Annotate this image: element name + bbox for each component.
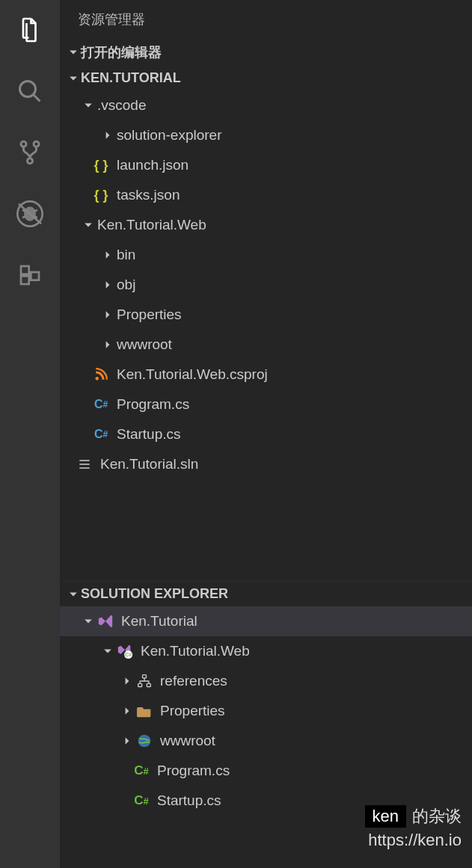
chevron-right-icon — [102, 250, 114, 259]
svg-point-0 — [20, 81, 36, 97]
folder-properties[interactable]: Properties — [60, 300, 472, 330]
chevron-right-icon — [121, 707, 133, 715]
svg-line-1 — [34, 95, 40, 102]
file-label: Program.cs — [117, 396, 189, 413]
svg-text:C#: C# — [125, 651, 132, 658]
solution-root[interactable]: Ken.Tutorial — [60, 606, 472, 636]
file-label: Ken.Tutorial.Web.csproj — [117, 366, 268, 383]
solution-project-web[interactable]: C# Ken.Tutorial.Web — [60, 636, 472, 666]
chevron-down-icon — [82, 101, 94, 110]
folder-label: Properties — [117, 307, 182, 323]
activity-bar — [0, 0, 60, 868]
svg-line-8 — [34, 210, 37, 212]
file-startup-cs[interactable]: C# Startup.cs — [60, 419, 472, 449]
chevron-down-icon — [102, 647, 114, 656]
svg-point-3 — [34, 141, 39, 147]
svg-rect-12 — [21, 266, 29, 274]
chevron-right-icon — [121, 677, 133, 686]
json-icon: { } — [93, 157, 109, 173]
folder-label: Ken.Tutorial.Web — [97, 217, 206, 233]
svg-rect-22 — [138, 683, 142, 686]
open-editors-header[interactable]: 打开的编辑器 — [60, 39, 472, 66]
svg-rect-13 — [21, 276, 29, 284]
debug-icon[interactable] — [15, 199, 45, 229]
solution-startup-cs[interactable]: C# Startup.cs — [60, 786, 472, 816]
references-icon — [136, 673, 153, 689]
folder-obj[interactable]: obj — [60, 270, 472, 300]
chevron-down-icon — [82, 617, 94, 626]
folder-ken-tutorial-web[interactable]: Ken.Tutorial.Web — [60, 210, 472, 240]
file-launch-json[interactable]: { } launch.json — [60, 150, 472, 180]
solution-explorer-header[interactable]: SOLUTION EXPLORER — [60, 582, 472, 606]
project-label: Ken.Tutorial.Web — [141, 643, 250, 659]
file-sln[interactable]: Ken.Tutorial.sln — [60, 449, 472, 479]
folder-label: .vscode — [97, 97, 146, 114]
sln-icon — [76, 456, 93, 473]
csharp-icon: C# — [93, 396, 109, 413]
folder-label: solution-explorer — [117, 127, 221, 144]
file-label: launch.json — [117, 157, 189, 173]
csharp-icon: C# — [93, 426, 109, 443]
chevron-down-icon — [67, 74, 79, 83]
svg-rect-21 — [143, 675, 147, 678]
references-label: references — [160, 673, 227, 689]
globe-icon — [136, 733, 153, 749]
solution-references[interactable]: references — [60, 666, 472, 696]
svg-point-4 — [27, 158, 32, 164]
extensions-icon[interactable] — [15, 260, 45, 290]
file-tasks-json[interactable]: { } tasks.json — [60, 180, 472, 210]
chevron-down-icon — [82, 221, 94, 230]
svg-rect-23 — [147, 683, 150, 686]
explorer-sidebar: 资源管理器 打开的编辑器 KEN.TUTORIAL .vscode s — [60, 0, 472, 868]
file-tree: .vscode solution-explorer { } launch.jso… — [60, 90, 472, 479]
folder-icon — [136, 703, 153, 719]
svg-point-2 — [21, 141, 26, 147]
sidebar-title: 资源管理器 — [60, 0, 472, 39]
chevron-down-icon — [67, 590, 79, 599]
solution-program-cs[interactable]: C# Program.cs — [60, 756, 472, 786]
search-icon[interactable] — [15, 76, 45, 106]
solution-explorer-label: SOLUTION EXPLORER — [81, 586, 228, 602]
rss-icon — [93, 366, 109, 383]
folder-bin[interactable]: bin — [60, 240, 472, 270]
file-program-cs[interactable]: C# Program.cs — [60, 390, 472, 419]
file-label: tasks.json — [117, 187, 180, 203]
svg-line-9 — [22, 216, 26, 218]
chevron-right-icon — [102, 340, 114, 349]
file-label: Program.cs — [157, 763, 230, 779]
folder-label: bin — [117, 247, 135, 263]
file-label: Startup.cs — [117, 426, 181, 443]
chevron-right-icon — [121, 736, 133, 745]
solution-label: Ken.Tutorial — [121, 613, 197, 630]
folder-label: wwwroot — [160, 733, 215, 749]
csharp-icon: C# — [133, 792, 150, 809]
open-editors-label: 打开的编辑器 — [81, 43, 162, 61]
chevron-right-icon — [102, 280, 114, 289]
solution-wwwroot[interactable]: wwwroot — [60, 726, 472, 756]
project-header[interactable]: KEN.TUTORIAL — [60, 66, 472, 90]
csproj-icon: C# — [117, 643, 133, 659]
chevron-down-icon — [67, 48, 79, 57]
file-label: Ken.Tutorial.sln — [100, 456, 198, 473]
chevron-right-icon — [102, 310, 114, 319]
svg-point-15 — [96, 377, 99, 381]
project-label: KEN.TUTORIAL — [81, 70, 181, 86]
folder-vscode[interactable]: .vscode — [60, 90, 472, 120]
folder-label: wwwroot — [117, 336, 172, 353]
folder-label: Properties — [160, 703, 225, 719]
json-icon: { } — [93, 187, 109, 203]
chevron-right-icon — [102, 131, 114, 140]
file-csproj[interactable]: Ken.Tutorial.Web.csproj — [60, 360, 472, 390]
folder-solution-explorer[interactable]: solution-explorer — [60, 120, 472, 150]
file-label: Startup.cs — [157, 792, 221, 809]
solution-properties[interactable]: Properties — [60, 696, 472, 726]
source-control-icon[interactable] — [15, 138, 45, 167]
vs-icon — [97, 613, 114, 630]
csharp-icon: C# — [133, 763, 150, 779]
svg-rect-14 — [31, 272, 39, 280]
folder-label: obj — [117, 277, 135, 293]
folder-wwwroot[interactable]: wwwroot — [60, 330, 472, 360]
solution-tree: Ken.Tutorial C# Ken.Tutorial.Web — [60, 606, 472, 868]
explorer-icon[interactable] — [15, 15, 45, 45]
spacer — [60, 479, 472, 579]
